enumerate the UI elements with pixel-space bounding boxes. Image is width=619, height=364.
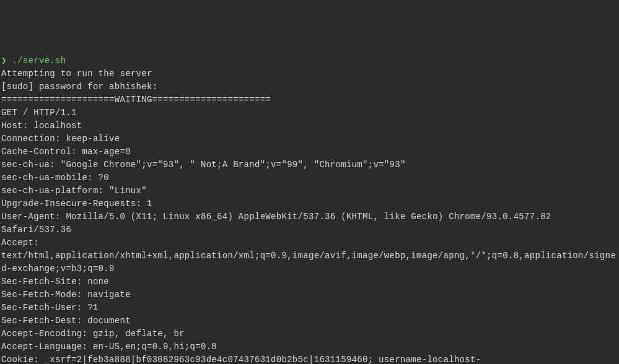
output-line: Attempting to run the server (1, 69, 152, 79)
output-line: User-Agent: Mozilla/5.0 (X11; Linux x86_… (1, 212, 556, 235)
output-line: Accept-Encoding: gzip, deflate, br (1, 329, 185, 339)
terminal-window[interactable]: ❯ ./serve.sh Attempting to run the serve… (1, 54, 618, 364)
output-line: sec-ch-ua: "Google Chrome";v="93", " Not… (1, 160, 406, 170)
output-line: Upgrade-Insecure-Requests: 1 (1, 199, 152, 209)
command-text: ./serve.sh (12, 56, 66, 66)
output-line: Accept: text/html,application/xhtml+xml,… (1, 238, 616, 274)
output-line: sec-ch-ua-mobile: ?0 (1, 173, 109, 183)
output-line: Sec-Fetch-Mode: navigate (1, 290, 131, 300)
output-line: Sec-Fetch-User: ?1 (1, 303, 99, 313)
output-line: =====================WAITING============… (1, 95, 271, 105)
output-line: Host: localhost (1, 121, 82, 131)
output-line: Cache-Control: max-age=0 (1, 147, 131, 157)
output-line: Connection: keep-alive (1, 134, 120, 144)
output-line: Sec-Fetch-Dest: document (1, 316, 131, 326)
output-line: GET / HTTP/1.1 (1, 108, 77, 118)
output-line: [sudo] password for abhishek: (1, 82, 157, 92)
prompt-symbol: ❯ (1, 56, 7, 66)
output-line: Cookie: _xsrf=2|feb3a888|bf03082963c93de… (1, 355, 616, 364)
output-line: Accept-Language: en-US,en;q=0.9,hi;q=0.8 (1, 342, 217, 352)
output-line: sec-ch-ua-platform: "Linux" (1, 186, 147, 196)
output-line: Sec-Fetch-Site: none (1, 277, 109, 287)
